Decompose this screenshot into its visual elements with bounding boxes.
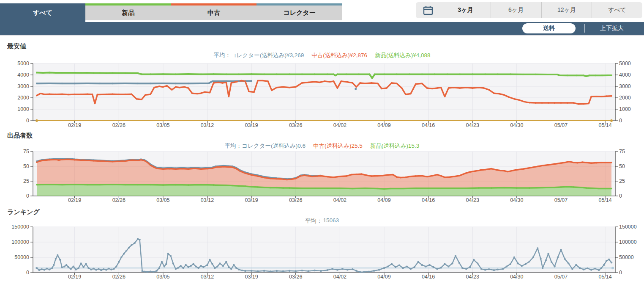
svg-text:03/05: 03/05 <box>156 274 169 280</box>
average-segment: 中古(送料込み)¥2,876 <box>311 52 367 59</box>
svg-text:02/26: 02/26 <box>112 197 126 203</box>
tab-collector[interactable]: コレクター <box>257 3 342 20</box>
svg-text:50000: 50000 <box>619 254 634 260</box>
svg-text:03/26: 03/26 <box>289 122 302 128</box>
chart-sellers-title: 出品者数 <box>7 132 33 140</box>
chart-sellers-plot: 02/1902/2603/0503/1203/1903/2604/0204/09… <box>0 149 644 207</box>
svg-text:03/12: 03/12 <box>201 122 214 128</box>
svg-text:03/12: 03/12 <box>201 274 214 280</box>
svg-text:5000: 5000 <box>619 61 631 66</box>
svg-text:02/26: 02/26 <box>112 274 126 280</box>
svg-text:04/09: 04/09 <box>377 122 390 128</box>
average-segment: 平均：コレクター(送料込み)¥3,269 <box>213 52 304 59</box>
svg-text:03/19: 03/19 <box>245 197 258 203</box>
chart-svg: 02/1902/2603/0503/1203/1903/2604/0204/09… <box>0 61 644 129</box>
chart-svg: 02/1902/2603/0503/1203/1903/2604/0204/09… <box>0 149 644 205</box>
svg-text:04/02: 04/02 <box>333 122 347 128</box>
date-range-selector: 3ヶ月 6ヶ月 12ヶ月 すべて <box>416 2 642 18</box>
svg-text:100000: 100000 <box>11 239 29 245</box>
svg-text:0: 0 <box>619 193 622 199</box>
svg-text:75: 75 <box>23 149 29 154</box>
svg-text:04/09: 04/09 <box>377 197 390 203</box>
chart-price-plot: 02/1902/2603/0503/1203/1903/2604/0204/09… <box>0 61 644 131</box>
svg-text:03/26: 03/26 <box>289 274 302 280</box>
svg-text:100000: 100000 <box>619 239 637 245</box>
svg-text:03/19: 03/19 <box>245 122 258 128</box>
toolbar-divider <box>584 24 585 33</box>
svg-text:75: 75 <box>619 149 625 154</box>
header-toolbar: 送料 上下拡大 <box>0 22 644 36</box>
svg-text:25: 25 <box>619 178 625 184</box>
svg-text:0: 0 <box>26 193 29 199</box>
average-segment: 新品(送料込み)¥4,088 <box>375 52 431 59</box>
svg-text:03/19: 03/19 <box>245 274 258 280</box>
svg-text:05/07: 05/07 <box>554 197 568 203</box>
svg-text:04/16: 04/16 <box>422 197 435 203</box>
svg-text:1000: 1000 <box>619 106 631 112</box>
svg-text:04/16: 04/16 <box>422 274 435 280</box>
svg-text:02/19: 02/19 <box>68 274 81 280</box>
svg-text:5000: 5000 <box>17 61 29 66</box>
svg-text:150000: 150000 <box>619 224 637 230</box>
calendar-icon <box>416 2 440 18</box>
svg-text:04/30: 04/30 <box>510 274 523 280</box>
svg-text:50000: 50000 <box>14 254 29 260</box>
svg-text:04/02: 04/02 <box>333 274 347 280</box>
tab-new[interactable]: 新品 <box>85 3 171 20</box>
svg-text:0: 0 <box>619 270 622 276</box>
price-tracker-page: すべて 新品 中古 コレクター 3ヶ月 6ヶ月 12ヶ月 すべて 送料 上下拡 <box>0 0 644 284</box>
range-3months[interactable]: 3ヶ月 <box>440 2 491 18</box>
chart-ranking-title: ランキング <box>7 208 40 216</box>
svg-text:50: 50 <box>23 163 29 169</box>
svg-text:0: 0 <box>619 118 622 124</box>
svg-text:2000: 2000 <box>17 95 29 101</box>
chart-price-title: 最安値 <box>7 42 26 50</box>
expand-vertical-button[interactable]: 上下拡大 <box>594 25 630 32</box>
range-all[interactable]: すべて <box>592 2 642 18</box>
svg-text:05/14: 05/14 <box>598 274 611 280</box>
svg-text:0: 0 <box>26 118 29 124</box>
svg-text:02/26: 02/26 <box>112 122 126 128</box>
svg-text:02/19: 02/19 <box>68 122 81 128</box>
svg-text:05/14: 05/14 <box>598 197 611 203</box>
svg-text:50: 50 <box>619 163 625 169</box>
svg-text:0: 0 <box>26 270 29 276</box>
svg-text:04/23: 04/23 <box>466 197 479 203</box>
chart-price-average: 平均：コレクター(送料込み)¥3,269中古(送料込み)¥2,876新品(送料込… <box>0 52 644 59</box>
svg-text:150000: 150000 <box>11 224 29 230</box>
header-tab-row: すべて 新品 中古 コレクター 3ヶ月 6ヶ月 12ヶ月 すべて <box>0 0 644 22</box>
tab-used[interactable]: 中古 <box>171 3 257 20</box>
chart-svg: 02/1902/2603/0503/1203/1903/2604/0204/09… <box>0 224 644 284</box>
svg-text:4000: 4000 <box>17 72 29 78</box>
svg-text:03/05: 03/05 <box>156 197 169 203</box>
svg-text:05/07: 05/07 <box>554 122 568 128</box>
svg-text:05/14: 05/14 <box>598 122 611 128</box>
chart-ranking-plot: 02/1902/2603/0503/1203/1903/2604/0204/09… <box>0 224 644 284</box>
svg-text:2000: 2000 <box>619 95 631 101</box>
svg-text:3000: 3000 <box>17 83 29 89</box>
svg-text:3000: 3000 <box>619 83 631 89</box>
svg-text:25: 25 <box>23 178 29 184</box>
svg-text:04/16: 04/16 <box>422 122 435 128</box>
svg-text:03/12: 03/12 <box>201 197 214 203</box>
range-6months[interactable]: 6ヶ月 <box>491 2 541 18</box>
shipping-toggle-button[interactable]: 送料 <box>522 23 576 33</box>
svg-text:4000: 4000 <box>619 72 631 78</box>
svg-text:04/23: 04/23 <box>466 122 479 128</box>
svg-text:03/26: 03/26 <box>289 197 302 203</box>
range-12months[interactable]: 12ヶ月 <box>541 2 592 18</box>
svg-text:04/30: 04/30 <box>510 122 523 128</box>
svg-text:04/23: 04/23 <box>466 274 479 280</box>
condition-tabs: 新品 中古 コレクター <box>85 3 342 20</box>
svg-text:04/09: 04/09 <box>377 274 390 280</box>
svg-text:02/19: 02/19 <box>68 197 81 203</box>
svg-text:03/05: 03/05 <box>156 122 169 128</box>
svg-text:05/07: 05/07 <box>554 274 568 280</box>
svg-text:1000: 1000 <box>17 106 29 112</box>
svg-text:04/02: 04/02 <box>333 197 347 203</box>
svg-text:04/30: 04/30 <box>510 197 523 203</box>
tab-all[interactable]: すべて <box>0 3 85 22</box>
